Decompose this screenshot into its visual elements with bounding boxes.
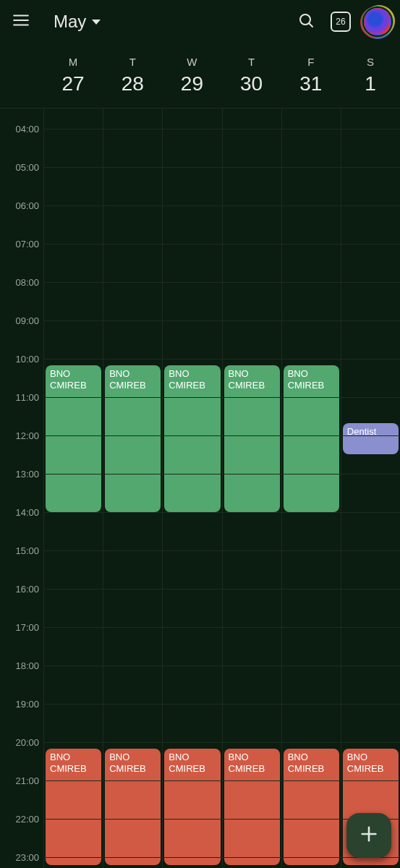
calendar-today-icon: 26 — [331, 12, 351, 32]
time-axis-label: 18:00 — [0, 660, 39, 671]
create-event-button[interactable] — [346, 813, 391, 858]
time-axis: 04:0005:0006:0007:0008:0009:0010:0011:00… — [0, 109, 43, 868]
event-subtitle: CMIREB — [288, 763, 335, 775]
dom-label: 31 — [299, 72, 322, 95]
time-axis-label: 15:00 — [0, 545, 39, 556]
svg-line-4 — [310, 24, 313, 27]
hamburger-icon — [12, 11, 30, 33]
day-header[interactable]: T 30 — [222, 43, 281, 108]
event-title: BNO — [169, 368, 216, 380]
dow-label: T — [248, 56, 255, 68]
calendar-event[interactable]: BNOCMIREB — [46, 365, 101, 512]
calendar-event[interactable]: Dentist — [343, 423, 399, 455]
chevron-down-icon — [92, 20, 101, 25]
time-axis-label: 21:00 — [0, 775, 39, 786]
time-axis-label: 14:00 — [0, 507, 39, 518]
day-header[interactable]: W 29 — [162, 43, 221, 108]
dom-label: 27 — [62, 72, 85, 95]
dom-label: 30 — [240, 72, 263, 95]
day-column[interactable]: BNOCMIREBBNOCMIREB — [281, 109, 341, 868]
day-header[interactable]: T 28 — [103, 43, 162, 108]
time-axis-label: 19:00 — [0, 699, 39, 710]
time-axis-label: 20:00 — [0, 737, 39, 748]
dom-label: 1 — [365, 72, 376, 95]
calendar-event[interactable]: BNOCMIREB — [164, 365, 220, 512]
dow-label: M — [69, 56, 78, 68]
plus-icon — [359, 824, 379, 847]
time-axis-label: 17:00 — [0, 622, 39, 633]
time-axis-label: 23:00 — [0, 852, 39, 863]
calendar-event[interactable]: BNOCMIREB — [105, 749, 161, 865]
account-avatar[interactable] — [364, 8, 391, 35]
time-axis-label: 11:00 — [0, 392, 39, 403]
event-subtitle: CMIREB — [347, 763, 394, 775]
day-column[interactable]: BNOCMIREBBNOCMIREB — [103, 109, 162, 868]
day-header[interactable]: F 31 — [281, 43, 341, 108]
day-column[interactable]: DentistBNOCMIREB — [341, 109, 400, 868]
time-axis-label: 12:00 — [0, 430, 39, 441]
time-axis-label: 04:00 — [0, 124, 39, 135]
search-button[interactable] — [292, 7, 320, 36]
week-day-header: M 27 T 28 W 29 T 30 F 31 S 1 — [0, 43, 400, 109]
event-title: BNO — [50, 752, 97, 763]
time-axis-label: 08:00 — [0, 277, 39, 288]
day-column[interactable]: BNOCMIREBBNOCMIREB — [43, 109, 103, 868]
calendar-event[interactable]: BNOCMIREB — [224, 749, 280, 865]
event-subtitle: CMIREB — [169, 763, 216, 775]
day-header[interactable]: S 1 — [341, 43, 400, 108]
dow-label: F — [307, 56, 314, 68]
event-title: BNO — [288, 368, 335, 380]
event-title: BNO — [347, 752, 394, 763]
event-title: BNO — [109, 752, 156, 763]
event-subtitle: CMIREB — [109, 380, 156, 391]
today-date-badge: 26 — [336, 17, 345, 27]
time-axis-label: 05:00 — [0, 162, 39, 173]
dom-label: 29 — [181, 72, 203, 95]
calendar-event[interactable]: BNOCMIREB — [284, 749, 339, 865]
day-column[interactable]: BNOCMIREBBNOCMIREB — [162, 109, 221, 868]
dow-label: W — [187, 56, 197, 68]
search-icon — [297, 12, 315, 32]
day-column[interactable]: BNOCMIREBBNOCMIREB — [222, 109, 281, 868]
app-top-bar: May 26 — [0, 0, 400, 43]
event-subtitle: CMIREB — [50, 763, 97, 775]
month-picker[interactable]: May — [54, 12, 101, 32]
calendar-event[interactable]: BNOCMIREB — [164, 749, 220, 865]
time-axis-label: 09:00 — [0, 315, 39, 326]
event-title: BNO — [169, 752, 216, 763]
event-title: BNO — [288, 752, 335, 763]
event-subtitle: CMIREB — [50, 380, 97, 391]
today-button[interactable]: 26 — [326, 7, 355, 36]
dom-label: 28 — [122, 72, 144, 95]
calendar-event[interactable]: BNOCMIREB — [224, 365, 280, 512]
event-subtitle: CMIREB — [229, 763, 276, 775]
event-subtitle: CMIREB — [229, 380, 276, 391]
time-axis-label: 16:00 — [0, 584, 39, 595]
event-subtitle: CMIREB — [169, 380, 216, 391]
dow-label: T — [129, 56, 136, 68]
menu-button[interactable] — [9, 9, 33, 34]
month-label: May — [54, 12, 86, 32]
event-subtitle: CMIREB — [109, 763, 156, 775]
calendar-grid[interactable]: 04:0005:0006:0007:0008:0009:0010:0011:00… — [0, 109, 400, 868]
event-title: BNO — [229, 752, 276, 763]
time-axis-label: 22:00 — [0, 814, 39, 825]
calendar-event[interactable]: BNOCMIREB — [284, 365, 339, 512]
time-axis-label: 10:00 — [0, 354, 39, 365]
event-title: BNO — [109, 368, 156, 380]
event-title: BNO — [229, 368, 276, 380]
calendar-event[interactable]: BNOCMIREB — [105, 365, 161, 512]
time-axis-label: 13:00 — [0, 469, 39, 480]
day-header[interactable]: M 27 — [43, 43, 103, 108]
event-title: Dentist — [347, 426, 394, 438]
time-axis-label: 07:00 — [0, 239, 39, 250]
time-axis-label: 06:00 — [0, 200, 39, 211]
calendar-event[interactable]: BNOCMIREB — [46, 749, 101, 865]
dow-label: S — [367, 56, 374, 68]
event-title: BNO — [50, 368, 97, 380]
event-subtitle: CMIREB — [288, 380, 335, 391]
